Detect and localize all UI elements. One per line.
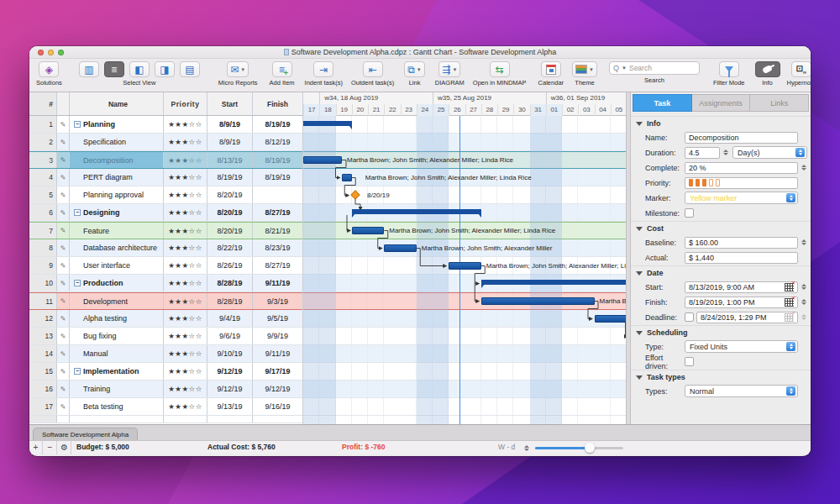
table-row[interactable]: 14✎Manual★★★☆☆9/10/199/11/19 <box>29 345 302 363</box>
finish-date-cell[interactable]: 8/12/19 <box>253 134 302 150</box>
priority-stars-cell[interactable]: ★★★☆☆ <box>164 293 207 309</box>
table-row[interactable]: 15✎−Implementation★★★☆☆9/12/199/17/19 <box>29 363 302 381</box>
section-info[interactable]: Info <box>631 116 811 129</box>
effort-driven-checkbox[interactable] <box>685 357 694 366</box>
view-report-icon[interactable]: ▤ <box>180 61 200 77</box>
edit-pencil-icon[interactable]: ✎ <box>57 239 70 256</box>
start-date-cell[interactable]: 8/20/19 <box>207 186 253 203</box>
finish-date-cell[interactable]: 9/9/19 <box>253 328 302 344</box>
gantt-task-bar[interactable] <box>342 174 352 181</box>
title-bar[interactable]: Software Development Alpha.cdpz : Gantt … <box>29 46 811 59</box>
finish-date-cell[interactable]: 9/12/19 <box>253 381 302 397</box>
edit-pencil-icon[interactable]: ✎ <box>57 363 70 380</box>
scheduling-type-select[interactable]: Fixed Units <box>685 340 798 353</box>
gantt-summary-bar[interactable] <box>303 121 352 126</box>
col-header-finish[interactable]: Finish <box>253 92 302 115</box>
edit-pencil-icon[interactable]: ✎ <box>57 186 70 203</box>
tab-task[interactable]: Task <box>633 94 692 112</box>
start-date-cell[interactable]: 8/13/19 <box>207 152 253 168</box>
gantt-task-bar[interactable] <box>449 262 481 270</box>
gantt-summary-bar[interactable] <box>481 280 626 285</box>
settings-gear-button[interactable]: ⚙ <box>58 441 71 454</box>
open-in-mindmap-button[interactable]: ⇆ Open in MINDMAP <box>473 61 527 87</box>
edit-pencil-icon[interactable]: ✎ <box>57 381 70 397</box>
priority-stars-cell[interactable]: ★★★☆☆ <box>164 204 207 221</box>
table-row[interactable]: 4✎PERT diagram★★★☆☆8/19/198/19/19 <box>29 169 302 186</box>
start-date-input[interactable]: 8/13/2019, 9:00 AM <box>685 281 798 293</box>
task-name-cell[interactable]: PERT diagram <box>70 169 164 186</box>
task-name-cell[interactable]: −Implementation <box>70 363 164 380</box>
remove-row-button[interactable]: − <box>44 441 57 454</box>
gantt-task-bar[interactable] <box>303 156 342 164</box>
start-stepper[interactable] <box>800 281 807 293</box>
start-date-cell[interactable]: 8/28/19 <box>207 293 253 309</box>
finish-date-cell[interactable] <box>253 186 302 203</box>
table-row[interactable]: 3✎Decomposition★★★☆☆8/13/198/19/19 <box>29 151 302 169</box>
collapse-box-icon[interactable]: − <box>74 121 81 128</box>
start-date-cell[interactable]: 8/22/19 <box>207 239 253 256</box>
duration-unit-select[interactable]: Day(s) <box>732 146 807 159</box>
task-types-select[interactable]: Normal <box>685 385 798 397</box>
edit-pencil-icon[interactable]: ✎ <box>57 223 70 239</box>
collapse-box-icon[interactable]: − <box>74 209 81 216</box>
priority-stars-cell[interactable]: ★★★☆☆ <box>164 116 207 133</box>
finish-date-cell[interactable]: 9/16/19 <box>253 398 302 415</box>
complete-input[interactable]: 20 % <box>685 162 798 174</box>
search-input[interactable]: Q▼ Search <box>609 61 700 75</box>
task-name-cell[interactable]: −Designing <box>70 204 164 221</box>
edit-pencil-icon[interactable]: ✎ <box>57 345 70 362</box>
col-header-number[interactable]: # <box>29 92 57 115</box>
table-row[interactable]: 5✎Planning approval★★★☆☆8/20/19 <box>29 186 302 204</box>
duration-input[interactable]: 4.5 <box>685 147 720 159</box>
priority-stars-cell[interactable]: ★★★☆☆ <box>164 363 207 380</box>
table-row[interactable]: 12✎Alpha testing★★★☆☆9/4/199/5/19 <box>29 310 302 328</box>
edit-pencil-icon[interactable]: ✎ <box>57 116 70 133</box>
section-task-types[interactable]: Task types <box>631 370 811 383</box>
name-input[interactable]: Decomposition <box>685 132 798 144</box>
edit-pencil-icon[interactable]: ✎ <box>57 169 70 186</box>
zoom-slider[interactable] <box>535 447 623 449</box>
duration-stepper[interactable] <box>722 147 729 159</box>
finish-date-cell[interactable]: 9/11/19 <box>253 275 302 291</box>
calendar-picker-icon[interactable] <box>785 283 794 291</box>
view-project-icon[interactable]: ▥ <box>79 61 99 77</box>
finish-date-cell[interactable]: 8/19/19 <box>253 116 302 133</box>
deadline-checkbox[interactable] <box>685 312 694 322</box>
view-resources-icon[interactable]: ◧ <box>129 61 150 77</box>
micro-reports-button[interactable]: ✉▼ Micro Reports <box>218 61 258 87</box>
edit-pencil-icon[interactable]: ✎ <box>57 310 70 327</box>
priority-stars-cell[interactable]: ★★★☆☆ <box>164 186 207 203</box>
table-row[interactable]: 17✎Beta testing★★★☆☆9/13/199/16/19 <box>29 398 302 416</box>
start-date-cell[interactable]: 8/9/19 <box>207 134 253 150</box>
table-row[interactable]: 7✎Feature★★★☆☆8/20/198/21/19 <box>29 222 302 239</box>
start-date-cell[interactable]: 9/4/19 <box>207 310 253 327</box>
priority-stars-cell[interactable]: ★★★☆☆ <box>164 134 207 150</box>
edit-pencil-icon[interactable]: ✎ <box>57 293 70 309</box>
start-date-cell[interactable]: 9/12/19 <box>207 363 253 380</box>
table-row[interactable]: 8✎Database architecture★★★☆☆8/22/198/23/… <box>29 239 302 257</box>
gantt-task-bar[interactable] <box>352 227 385 234</box>
table-row[interactable]: 11✎Development★★★☆☆8/28/199/3/19 <box>29 292 302 310</box>
actual-input[interactable]: $ 1,440 <box>685 252 798 264</box>
finish-date-cell[interactable]: 9/3/19 <box>253 293 302 309</box>
col-header-edit[interactable] <box>57 92 70 115</box>
start-date-cell[interactable]: 8/20/19 <box>207 223 253 239</box>
link-button[interactable]: ⧉▼ Link <box>404 61 425 87</box>
tab-assignments[interactable]: Assignments <box>692 94 751 112</box>
finish-date-input[interactable]: 8/19/2019, 1:00 PM <box>685 297 798 308</box>
table-row[interactable]: 13✎Bug fixing★★★☆☆9/6/199/9/19 <box>29 328 302 345</box>
task-name-cell[interactable]: Feature <box>70 223 164 239</box>
finish-date-cell[interactable]: 8/27/19 <box>253 204 302 221</box>
edit-pencil-icon[interactable]: ✎ <box>57 204 70 221</box>
priority-stars-cell[interactable]: ★★★☆☆ <box>164 223 207 239</box>
priority-stars-cell[interactable]: ★★★☆☆ <box>164 328 207 344</box>
start-date-cell[interactable]: 9/6/19 <box>207 328 253 344</box>
priority-stars-cell[interactable]: ★★★☆☆ <box>164 152 207 168</box>
priority-stars-cell[interactable]: ★★★☆☆ <box>164 398 207 415</box>
edit-pencil-icon[interactable]: ✎ <box>57 275 70 291</box>
table-row[interactable]: 6✎−Designing★★★☆☆8/20/198/27/19 <box>29 204 302 222</box>
collapse-box-icon[interactable]: − <box>74 368 81 375</box>
col-header-priority[interactable]: Priority <box>164 92 207 115</box>
edit-pencil-icon[interactable]: ✎ <box>57 257 70 274</box>
milestone-checkbox[interactable] <box>685 208 694 218</box>
